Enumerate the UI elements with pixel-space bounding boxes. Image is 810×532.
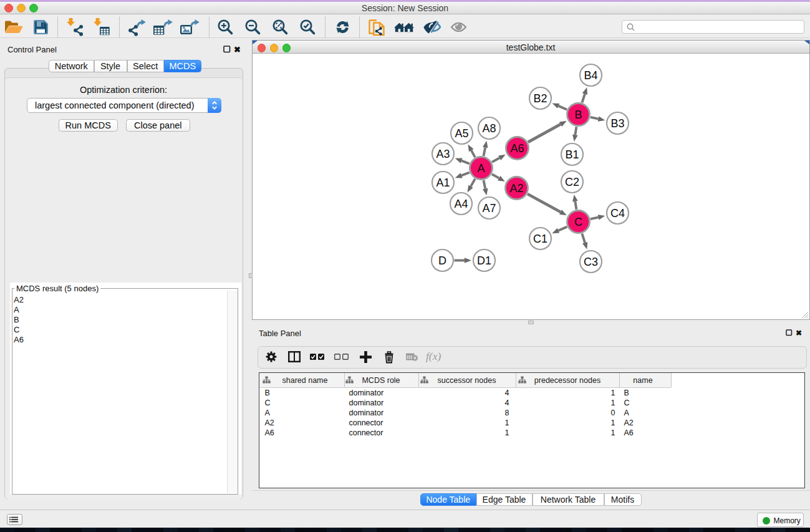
svg-text:A6: A6 [510,142,524,155]
svg-text:C3: C3 [583,256,597,268]
svg-text:B3: B3 [610,117,624,130]
svg-text:D1: D1 [476,254,491,267]
svg-text:A5: A5 [455,127,468,140]
svg-text:A4: A4 [454,198,468,210]
svg-text:C: C [574,216,582,228]
svg-text:B: B [574,109,582,121]
svg-text:B4: B4 [584,69,597,82]
svg-text:A1: A1 [436,177,450,189]
svg-text:C4: C4 [610,207,624,220]
svg-text:A8: A8 [482,122,496,135]
svg-text:A3: A3 [436,148,450,160]
svg-text:D: D [438,254,446,267]
svg-text:B2: B2 [533,92,547,105]
svg-text:C2: C2 [564,176,579,188]
svg-text:A7: A7 [482,202,496,215]
svg-text:A: A [477,162,485,175]
svg-text:C1: C1 [533,233,547,245]
svg-text:A2: A2 [509,182,523,195]
svg-text:B1: B1 [565,148,579,161]
svg-text:f(x): f(x) [426,351,441,362]
